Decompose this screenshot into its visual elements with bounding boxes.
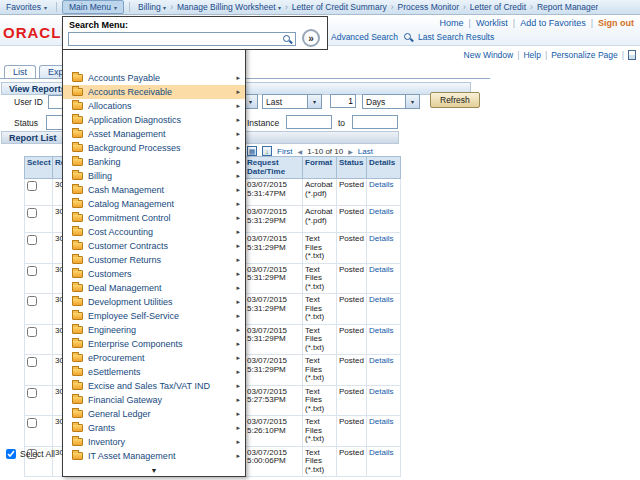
select-arrow-icon: ▾ — [307, 95, 321, 108]
menu-item[interactable]: eSettlements▸ — [63, 365, 245, 379]
breadcrumb-item[interactable]: Letter of Credit Summary — [292, 2, 387, 12]
menu-item-label: IT Asset Management — [88, 451, 236, 461]
previous-page-icon[interactable]: ◀ — [298, 148, 303, 155]
menu-search-magnifier-icon[interactable] — [282, 34, 292, 44]
menu-item[interactable]: Accounts Payable▸ — [63, 71, 245, 85]
row-checkbox[interactable] — [27, 208, 37, 218]
details-link[interactable]: Details — [369, 326, 393, 335]
last-page-link[interactable]: Last — [358, 147, 373, 156]
last-select[interactable]: Last▾ — [262, 94, 322, 109]
add-to-favorites-link[interactable]: Add to Favorites — [520, 18, 586, 28]
submenu-arrow-icon: ▸ — [236, 326, 240, 334]
submenu-arrow-icon: ▸ — [236, 396, 240, 404]
home-link[interactable]: Home — [440, 18, 464, 28]
details-link[interactable]: Details — [369, 448, 393, 457]
breadcrumb-item[interactable]: Report Manager — [537, 2, 598, 12]
menu-item[interactable]: Employee Self-Service▸ — [63, 309, 245, 323]
favorites-menu-button[interactable]: Favorites ▾ — [0, 1, 53, 13]
personalize-grid-icon[interactable]: ▦ — [247, 146, 257, 156]
menu-item[interactable]: General Ledger▸ — [63, 407, 245, 421]
menu-item[interactable]: Banking▸ — [63, 155, 245, 169]
col-request-datetime: Request Date/Time — [245, 157, 303, 179]
menu-item[interactable]: Commitment Control▸ — [63, 211, 245, 225]
menu-search-input[interactable] — [68, 32, 296, 46]
request-datetime-cell: 03/07/2015 5:31:29PM — [245, 233, 303, 264]
refresh-button[interactable]: Refresh — [430, 92, 480, 108]
details-link[interactable]: Details — [369, 417, 393, 426]
format-cell: Text Files (*.txt) — [303, 416, 337, 447]
menu-item[interactable]: Background Processes▸ — [63, 141, 245, 155]
row-checkbox[interactable] — [27, 296, 37, 306]
submenu-arrow-icon: ▸ — [236, 74, 240, 82]
menu-item[interactable]: eProcurement▸ — [63, 351, 245, 365]
menu-item[interactable]: IT Asset Management▸ — [63, 449, 245, 463]
details-link[interactable]: Details — [369, 265, 393, 274]
days-select[interactable]: Days▾ — [362, 94, 420, 109]
download-icon[interactable]: ↓ — [262, 146, 272, 156]
format-cell: Text Files (*.txt) — [303, 263, 337, 294]
details-link[interactable]: Details — [369, 387, 393, 396]
breadcrumb-item[interactable]: Process Monitor — [398, 2, 459, 12]
days-value-input[interactable] — [330, 94, 356, 108]
menu-item[interactable]: Application Diagnostics▸ — [63, 113, 245, 127]
menu-item[interactable]: Excise and Sales Tax/VAT IND▸ — [63, 379, 245, 393]
menu-item[interactable]: Catalog Management▸ — [63, 197, 245, 211]
menu-item[interactable]: Customer Contracts▸ — [63, 239, 245, 253]
page-icon[interactable] — [628, 50, 636, 60]
next-page-icon[interactable]: ▶ — [348, 148, 353, 155]
select-all-checkbox[interactable] — [6, 449, 16, 459]
breadcrumb-item[interactable]: Billing ▾ — [138, 2, 166, 12]
new-window-link[interactable]: New Window — [464, 50, 514, 60]
main-menu-button[interactable]: Main Menu ▾ — [62, 0, 124, 14]
last-search-results-link[interactable]: Last Search Results — [418, 32, 494, 42]
page-utility-links: New Window | Help | Personalize Page | — [464, 50, 636, 60]
request-datetime-cell: 03/07/2015 5:00:06PM — [245, 446, 303, 477]
details-link[interactable]: Details — [369, 356, 393, 365]
menu-item[interactable]: Grants▸ — [63, 421, 245, 435]
instance-from-input[interactable] — [286, 115, 332, 129]
menu-item[interactable]: Development Utilities▸ — [63, 295, 245, 309]
worklist-link[interactable]: Worklist — [476, 18, 508, 28]
details-link[interactable]: Details — [369, 207, 393, 216]
menu-item[interactable]: Cost Accounting▸ — [63, 225, 245, 239]
menu-item[interactable]: Accounts Receivable▸ — [63, 85, 245, 99]
submenu-arrow-icon: ▸ — [236, 172, 240, 180]
row-checkbox[interactable] — [27, 388, 37, 398]
row-checkbox[interactable] — [27, 357, 37, 367]
search-go-button[interactable]: » — [302, 29, 320, 47]
divider: | — [545, 50, 547, 60]
menu-item[interactable]: Customer Returns▸ — [63, 253, 245, 267]
help-link[interactable]: Help — [523, 50, 540, 60]
menu-item[interactable]: Billing▸ — [63, 169, 245, 183]
sign-out-link[interactable]: Sign out — [598, 18, 634, 28]
row-checkbox[interactable] — [27, 181, 37, 191]
breadcrumb-item[interactable]: Manage Billing Worksheet ▾ — [177, 2, 281, 12]
details-link[interactable]: Details — [369, 295, 393, 304]
menu-item[interactable]: Financial Gateway▸ — [63, 393, 245, 407]
menu-item[interactable]: Engineering▸ — [63, 323, 245, 337]
menu-scroll-down-icon[interactable]: ▼ — [63, 467, 245, 474]
menu-item[interactable]: Enterprise Components▸ — [63, 337, 245, 351]
folder-icon — [72, 256, 83, 264]
first-page-link[interactable]: First — [277, 147, 293, 156]
menu-item[interactable]: Customers▸ — [63, 267, 245, 281]
instance-to-input[interactable] — [352, 115, 398, 129]
details-link[interactable]: Details — [369, 234, 393, 243]
row-checkbox[interactable] — [27, 418, 37, 428]
menu-item[interactable]: Allocations▸ — [63, 99, 245, 113]
folder-icon — [72, 284, 83, 292]
menu-item[interactable]: Inventory▸ — [63, 435, 245, 449]
row-checkbox[interactable] — [27, 266, 37, 276]
menu-item[interactable]: Deal Management▸ — [63, 281, 245, 295]
advanced-search-link[interactable]: Advanced Search — [331, 32, 398, 42]
menu-item[interactable]: Asset Management▸ — [63, 127, 245, 141]
row-checkbox[interactable] — [27, 235, 37, 245]
menu-item[interactable]: Cash Management▸ — [63, 183, 245, 197]
breadcrumb-item[interactable]: Letter of Credit — [470, 2, 526, 12]
details-link[interactable]: Details — [369, 180, 393, 189]
folder-icon — [72, 74, 83, 82]
menu-search-section: Search Menu: » — [62, 16, 328, 50]
personalize-page-link[interactable]: Personalize Page — [551, 50, 618, 60]
row-checkbox[interactable] — [27, 327, 37, 337]
tab-list[interactable]: List — [4, 65, 36, 78]
